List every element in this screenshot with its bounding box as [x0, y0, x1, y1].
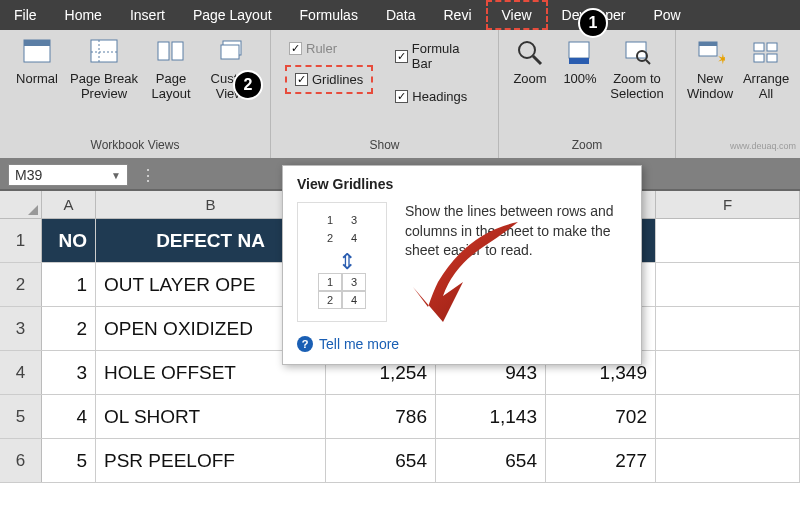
tell-me-more-link[interactable]: ? Tell me more — [297, 336, 627, 352]
zoom-100-button[interactable]: 100% — [555, 34, 605, 87]
cell[interactable]: 5 — [42, 439, 96, 482]
group-label-workbook-views: Workbook Views — [91, 136, 180, 156]
name-box[interactable]: M39 ▼ — [8, 164, 128, 186]
tab-data[interactable]: Data — [372, 0, 430, 30]
row-header[interactable]: 5 — [0, 395, 42, 438]
cell[interactable]: 3 — [42, 351, 96, 394]
checkbox-icon: ✓ — [395, 90, 408, 103]
row-header[interactable]: 6 — [0, 439, 42, 482]
tooltip-illustration: 13 24 ⇕ 13 24 — [297, 202, 387, 322]
row-header[interactable]: 1 — [0, 219, 42, 262]
formula-bar-checkbox[interactable]: ✓ Formula Bar — [391, 38, 484, 74]
svg-rect-6 — [172, 42, 183, 60]
checkbox-icon: ✓ — [395, 50, 407, 63]
svg-line-10 — [533, 56, 541, 64]
gridlines-tooltip: View Gridlines 13 24 ⇕ 13 24 Show the li… — [282, 165, 642, 365]
arrange-icon — [749, 36, 783, 70]
svg-rect-12 — [569, 58, 589, 64]
svg-rect-2 — [91, 40, 117, 62]
page-break-icon — [87, 36, 121, 70]
group-show: ✓ Ruler ✓ Gridlines ✓ Formula Bar ✓ — [271, 30, 499, 158]
watermark: www.deuaq.com — [730, 141, 796, 151]
cell[interactable]: 2 — [42, 307, 96, 350]
tab-home[interactable]: Home — [51, 0, 116, 30]
gridlines-checkbox[interactable]: ✓ Gridlines — [291, 69, 367, 90]
chevron-down-icon[interactable]: ▼ — [111, 170, 121, 181]
cell[interactable]: 1,143 — [436, 395, 546, 438]
group-label-show: Show — [369, 136, 399, 156]
checkbox-icon: ✓ — [295, 73, 308, 86]
ribbon-tabs: File Home Insert Page Layout Formulas Da… — [0, 0, 800, 30]
cell[interactable]: 702 — [546, 395, 656, 438]
new-window-icon: ✶ — [693, 36, 727, 70]
step-badge-2: 2 — [233, 70, 263, 100]
group-zoom: Zoom 100% Zoom to Selection Zoom — [499, 30, 676, 158]
headings-checkbox[interactable]: ✓ Headings — [391, 86, 484, 107]
arrange-all-button[interactable]: Arrange All — [738, 34, 794, 102]
cell[interactable]: 277 — [546, 439, 656, 482]
svg-rect-1 — [24, 40, 50, 46]
cell[interactable]: OL SHORT — [96, 395, 326, 438]
cell[interactable]: 4 — [42, 395, 96, 438]
svg-rect-17 — [699, 42, 717, 46]
svg-rect-21 — [754, 54, 764, 62]
normal-icon — [20, 36, 54, 70]
zoom-button[interactable]: Zoom — [505, 34, 555, 87]
tooltip-title: View Gridlines — [297, 176, 627, 192]
group-label-zoom: Zoom — [572, 136, 603, 156]
group-window: ✶ New Window Arrange All — [676, 30, 800, 158]
cell[interactable]: 654 — [436, 439, 546, 482]
ribbon: Normal Page Break Preview Page Layout Cu… — [0, 30, 800, 161]
cell[interactable]: 1 — [42, 263, 96, 306]
svg-rect-11 — [569, 42, 589, 58]
svg-point-9 — [519, 42, 535, 58]
col-header-f[interactable]: F — [656, 191, 800, 218]
tab-file[interactable]: File — [0, 0, 51, 30]
zoom-selection-icon — [620, 36, 654, 70]
page-layout-button[interactable]: Page Layout — [140, 34, 202, 102]
tab-insert[interactable]: Insert — [116, 0, 179, 30]
cell[interactable]: 654 — [326, 439, 436, 482]
tab-review[interactable]: Revi — [430, 0, 486, 30]
svg-text:✶: ✶ — [717, 51, 725, 67]
tab-page-layout[interactable]: Page Layout — [179, 0, 286, 30]
page-layout-icon — [154, 36, 188, 70]
ruler-checkbox: ✓ Ruler — [285, 38, 373, 59]
divider-icon: ⋮ — [140, 166, 156, 185]
new-window-button[interactable]: ✶ New Window — [682, 34, 738, 102]
zoom-icon — [513, 36, 547, 70]
row-header[interactable]: 3 — [0, 307, 42, 350]
tooltip-text: Show the lines between rows and columns … — [405, 202, 627, 322]
svg-rect-5 — [158, 42, 169, 60]
col-header-a[interactable]: A — [42, 191, 96, 218]
fx-buttons: ⋮ — [134, 166, 156, 185]
custom-views-icon — [216, 36, 250, 70]
select-all-corner[interactable] — [0, 191, 42, 218]
header-cell-no[interactable]: NO — [42, 219, 96, 262]
normal-button[interactable]: Normal — [6, 34, 68, 87]
svg-rect-13 — [626, 42, 646, 58]
cell[interactable]: 786 — [326, 395, 436, 438]
help-icon: ? — [297, 336, 313, 352]
svg-rect-22 — [767, 54, 777, 62]
tab-formulas[interactable]: Formulas — [286, 0, 372, 30]
tab-power[interactable]: Pow — [639, 0, 694, 30]
checkbox-icon: ✓ — [289, 42, 302, 55]
step-badge-1: 1 — [578, 8, 608, 38]
svg-rect-8 — [221, 45, 239, 59]
row-header[interactable]: 4 — [0, 351, 42, 394]
row-header[interactable]: 2 — [0, 263, 42, 306]
double-arrow-icon: ⇕ — [338, 249, 356, 275]
cell[interactable]: PSR PEELOFF — [96, 439, 326, 482]
page-break-preview-button[interactable]: Page Break Preview — [68, 34, 140, 102]
zoom-selection-button[interactable]: Zoom to Selection — [605, 34, 669, 102]
tab-view[interactable]: View — [486, 0, 548, 30]
svg-rect-20 — [767, 43, 777, 51]
group-workbook-views: Normal Page Break Preview Page Layout Cu… — [0, 30, 271, 158]
svg-line-15 — [646, 60, 650, 64]
zoom-100-icon — [563, 36, 597, 70]
svg-rect-19 — [754, 43, 764, 51]
